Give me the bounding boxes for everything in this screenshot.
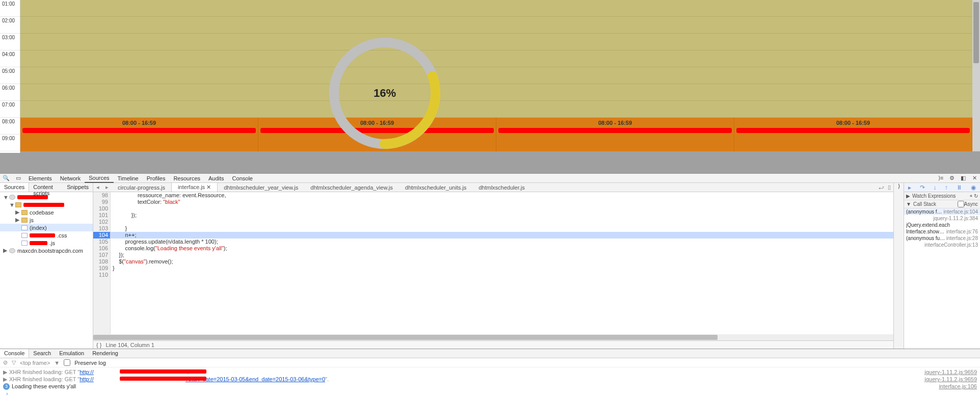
breakpoint-marker[interactable]: 104 — [93, 232, 110, 238]
progress-spinner: 16% — [326, 35, 443, 152]
tab-elements[interactable]: Elements — [24, 174, 56, 182]
file-tab-active[interactable]: interface.js ✕ — [171, 183, 218, 192]
tab-profiles[interactable]: Profiles — [143, 174, 170, 182]
folder-icon — [21, 210, 28, 215]
frame-select[interactable]: <top frame> — [20, 360, 50, 366]
file-tab[interactable]: dhtmlxscheduler_year_view.js — [218, 183, 304, 192]
tree-label[interactable]: maxcdn.bootstrapcdn.com — [17, 248, 83, 254]
device-icon[interactable]: ▭ — [14, 174, 22, 182]
refresh-icon[interactable]: ↻ — [974, 193, 978, 199]
nav-tab-sources[interactable]: Sources — [0, 183, 29, 192]
folder-icon — [15, 202, 21, 207]
tab-console[interactable]: Console — [228, 174, 257, 182]
redacted-text — [30, 233, 55, 237]
event-time-label: 08:00 - 16:59 — [734, 120, 972, 126]
pretty-print-icon[interactable]: { } — [96, 342, 101, 348]
wrap-icon[interactable]: ⮐ — [877, 184, 885, 191]
clear-console-icon[interactable]: ⊘ — [3, 359, 8, 366]
hour-label: 02:00 — [0, 17, 20, 34]
async-checkbox[interactable] — [958, 201, 964, 207]
drawer-tab-search[interactable]: Search — [29, 349, 55, 358]
drawer-tab-console[interactable]: Console — [0, 349, 29, 358]
tab-sources[interactable]: Sources — [85, 174, 113, 183]
event-cell[interactable]: 08:00 - 16:59 — [496, 118, 734, 151]
file-tab[interactable]: dhtmlxscheduler_agenda_view.js — [304, 183, 399, 192]
tab-timeline[interactable]: Timeline — [114, 174, 143, 182]
console-prompt[interactable]: › — [3, 390, 977, 397]
filter-icon[interactable]: ▽ — [12, 359, 16, 366]
settings-gear-icon[interactable]: ⚙ — [948, 174, 956, 182]
hour-label: 04:00 — [0, 50, 20, 67]
code-editor: ◂ ▸ circular-progress.js interface.js ✕ … — [93, 183, 893, 349]
file-icon — [21, 241, 28, 246]
tab-audits[interactable]: Audits — [204, 174, 228, 182]
event-cell[interactable]: 08:00 - 16:59 — [20, 118, 258, 151]
source-link[interactable]: jquery-1.11.2.js:9659 — [924, 369, 977, 375]
domain-icon — [9, 248, 15, 253]
drawer-tab-emulation[interactable]: Emulation — [55, 349, 88, 358]
step-over-icon[interactable]: ↷ — [920, 184, 925, 191]
line-gutter[interactable]: 9899 100101 102103 104 105106 107108 109… — [93, 192, 111, 334]
drawer-toggle-icon[interactable]: ⟩≡ — [937, 174, 945, 182]
source-link[interactable]: jquery-1.11.2.js:9659 — [924, 376, 977, 382]
folder-icon — [21, 218, 28, 223]
nav-tab-content-scripts[interactable]: Content scripts — [29, 183, 63, 192]
pause-exceptions-icon[interactable]: ◉ — [971, 184, 976, 191]
repeat-count-badge: 3 — [3, 383, 10, 390]
file-tab[interactable]: circular-progress.js — [112, 183, 171, 192]
history-fwd-icon[interactable]: ▸ — [102, 184, 112, 191]
file-tab[interactable]: dhtmlxscheduler.js — [472, 183, 531, 192]
callstack-frame[interactable]: jQuery.extend.each — [904, 222, 980, 228]
preserve-log-checkbox[interactable] — [64, 359, 70, 366]
console-output[interactable]: ▶ XHR finished loading: GET "http:// ". … — [0, 367, 980, 398]
source-link[interactable]: interface.js:106 — [939, 383, 977, 389]
redacted-text — [736, 128, 970, 133]
hour-label: 09:00 — [0, 135, 20, 151]
add-watch-icon[interactable]: + — [969, 193, 972, 199]
close-icon[interactable]: ✕ — [970, 174, 978, 182]
hour-label: 08:00 — [0, 118, 20, 135]
async-label: Async — [964, 201, 978, 207]
sidebar-toggle-icon[interactable]: ▯ — [885, 184, 893, 191]
debugger-pane-toggle[interactable]: ⟩ — [893, 183, 904, 349]
event-cell[interactable]: 08:00 - 16:59 — [734, 118, 972, 151]
time-gutter: 01:00 02:00 03:00 04:00 05:00 06:00 07:0… — [0, 0, 20, 153]
file-tree[interactable]: ▼ ▼ ▶codebase ▶js (index) .css .js ▶maxc… — [0, 192, 93, 349]
debugger-sidebar: ▸ ↷ ↓ ↑ ⏸ ◉ ▶Watch Expressions+ ↻ ▼Call … — [904, 183, 980, 349]
step-out-icon[interactable]: ↑ — [945, 184, 948, 191]
file-tab[interactable]: dhtmlxscheduler_units.js — [399, 183, 472, 192]
tree-label[interactable]: codebase — [30, 209, 54, 216]
scheduler-pane: 01:00 02:00 03:00 04:00 05:00 06:00 07:0… — [0, 0, 980, 173]
scroll-thumb[interactable] — [973, 2, 979, 63]
dock-icon[interactable]: ◧ — [959, 174, 967, 182]
tree-label[interactable]: js — [30, 217, 34, 223]
nav-tab-snippets[interactable]: Snippets — [63, 183, 93, 192]
scroll-thumb[interactable] — [93, 335, 718, 340]
hour-label: 03:00 — [0, 34, 20, 50]
drawer-tab-rendering[interactable]: Rendering — [88, 349, 122, 358]
step-into-icon[interactable]: ↓ — [933, 184, 936, 191]
watch-header[interactable]: Watch Expressions — [912, 193, 956, 199]
callstack-frame[interactable]: (anonymous function)interface.js:104 — [904, 208, 980, 215]
history-back-icon[interactable]: ◂ — [93, 184, 102, 191]
deactivate-bp-icon[interactable]: ⏸ — [956, 184, 962, 191]
console-message: Loading these events y'all — [12, 383, 76, 389]
sources-navigator: Sources Content scripts Snippets ▼ ▼ ▶co… — [0, 183, 93, 349]
schedule-grid[interactable] — [20, 0, 972, 118]
tab-resources[interactable]: Resources — [169, 174, 204, 182]
tab-network[interactable]: Network — [56, 174, 85, 182]
redacted-text — [17, 195, 48, 199]
redacted-text — [120, 377, 206, 381]
inspect-icon[interactable]: 🔍 — [2, 174, 10, 182]
resume-icon[interactable]: ▸ — [908, 184, 911, 191]
source-text[interactable]: ressource_name: event.Ressource, textCol… — [111, 192, 893, 334]
callstack-frame[interactable]: Interface.showDatainterface.js:76 — [904, 228, 980, 235]
callstack-frame[interactable]: interfaceController.js:13 — [904, 242, 980, 248]
vertical-scrollbar[interactable] — [972, 0, 980, 151]
callstack-frame[interactable]: (anonymous function)interface.js:28 — [904, 235, 980, 242]
callstack-header[interactable]: Call Stack — [913, 201, 936, 207]
tree-label[interactable]: (index) — [30, 225, 47, 231]
horizontal-scrollbar[interactable] — [93, 334, 893, 340]
file-icon — [21, 233, 28, 238]
callstack-frame[interactable]: jquery-1.11.2.js:384 — [904, 215, 980, 222]
